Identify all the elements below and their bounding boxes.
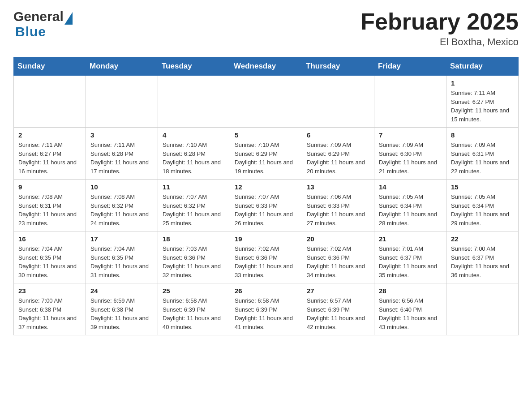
week-row-5: 23Sunrise: 7:00 AM Sunset: 6:38 PM Dayli…: [14, 283, 519, 335]
day-info: Sunrise: 7:07 AM Sunset: 6:32 PM Dayligh…: [163, 193, 225, 227]
calendar-cell: 21Sunrise: 7:01 AM Sunset: 6:37 PM Dayli…: [374, 231, 446, 283]
day-number: 7: [379, 131, 442, 139]
weekday-header-thursday: Thursday: [302, 57, 374, 76]
day-info: Sunrise: 7:09 AM Sunset: 6:31 PM Dayligh…: [451, 141, 514, 176]
day-number: 5: [235, 131, 297, 139]
calendar-cell: 16Sunrise: 7:04 AM Sunset: 6:35 PM Dayli…: [14, 231, 86, 283]
calendar-cell: 15Sunrise: 7:05 AM Sunset: 6:34 PM Dayli…: [446, 180, 519, 231]
calendar-cell: 10Sunrise: 7:08 AM Sunset: 6:32 PM Dayli…: [86, 180, 158, 231]
day-info: Sunrise: 7:08 AM Sunset: 6:31 PM Dayligh…: [18, 193, 81, 227]
calendar-table: SundayMondayTuesdayWednesdayThursdayFrid…: [13, 57, 519, 335]
day-number: 14: [379, 183, 442, 191]
day-number: 22: [451, 235, 514, 243]
day-number: 9: [18, 183, 81, 191]
day-info: Sunrise: 7:02 AM Sunset: 6:36 PM Dayligh…: [307, 244, 369, 279]
weekday-header-row: SundayMondayTuesdayWednesdayThursdayFrid…: [14, 57, 519, 76]
calendar-cell: 27Sunrise: 6:57 AM Sunset: 6:39 PM Dayli…: [302, 283, 374, 335]
logo-blue-text: Blue: [15, 24, 46, 39]
day-number: 26: [235, 287, 297, 295]
day-info: Sunrise: 6:58 AM Sunset: 6:39 PM Dayligh…: [235, 296, 297, 331]
day-info: Sunrise: 7:07 AM Sunset: 6:33 PM Dayligh…: [235, 193, 297, 227]
day-info: Sunrise: 7:11 AM Sunset: 6:27 PM Dayligh…: [18, 141, 81, 176]
day-number: 24: [90, 287, 153, 295]
day-info: Sunrise: 7:01 AM Sunset: 6:37 PM Dayligh…: [379, 244, 442, 279]
logo-arrow-icon: [64, 12, 73, 25]
day-number: 18: [163, 235, 225, 243]
week-row-2: 2Sunrise: 7:11 AM Sunset: 6:27 PM Daylig…: [14, 128, 519, 180]
calendar-cell: [302, 76, 374, 128]
day-info: Sunrise: 7:00 AM Sunset: 6:37 PM Dayligh…: [451, 244, 514, 279]
day-info: Sunrise: 7:04 AM Sunset: 6:35 PM Dayligh…: [90, 244, 153, 279]
calendar-cell: [230, 76, 302, 128]
calendar-cell: [14, 76, 86, 128]
calendar-cell: 19Sunrise: 7:02 AM Sunset: 6:36 PM Dayli…: [230, 231, 302, 283]
day-info: Sunrise: 7:02 AM Sunset: 6:36 PM Dayligh…: [235, 244, 297, 279]
day-info: Sunrise: 6:57 AM Sunset: 6:39 PM Dayligh…: [307, 296, 369, 331]
header: General Blue February 2025 El Boxtha, Me…: [13, 9, 519, 48]
day-info: Sunrise: 7:09 AM Sunset: 6:29 PM Dayligh…: [307, 141, 369, 176]
calendar-cell: [374, 76, 446, 128]
day-number: 27: [307, 287, 369, 295]
calendar-cell: 1Sunrise: 7:11 AM Sunset: 6:27 PM Daylig…: [446, 76, 519, 128]
day-info: Sunrise: 6:56 AM Sunset: 6:40 PM Dayligh…: [379, 296, 442, 331]
day-number: 16: [18, 235, 81, 243]
calendar-cell: [86, 76, 158, 128]
calendar-cell: 5Sunrise: 7:10 AM Sunset: 6:29 PM Daylig…: [230, 128, 302, 180]
day-number: 10: [90, 183, 153, 191]
day-info: Sunrise: 7:10 AM Sunset: 6:28 PM Dayligh…: [163, 141, 225, 176]
calendar-cell: 17Sunrise: 7:04 AM Sunset: 6:35 PM Dayli…: [86, 231, 158, 283]
day-info: Sunrise: 7:11 AM Sunset: 6:28 PM Dayligh…: [90, 141, 153, 176]
weekday-header-monday: Monday: [86, 57, 158, 76]
weekday-header-wednesday: Wednesday: [230, 57, 302, 76]
day-number: 13: [307, 183, 369, 191]
day-info: Sunrise: 7:04 AM Sunset: 6:35 PM Dayligh…: [18, 244, 81, 279]
week-row-4: 16Sunrise: 7:04 AM Sunset: 6:35 PM Dayli…: [14, 231, 519, 283]
weekday-header-sunday: Sunday: [14, 57, 86, 76]
day-info: Sunrise: 7:00 AM Sunset: 6:38 PM Dayligh…: [18, 296, 81, 331]
calendar-cell: 7Sunrise: 7:09 AM Sunset: 6:30 PM Daylig…: [374, 128, 446, 180]
day-number: 17: [90, 235, 153, 243]
day-number: 21: [379, 235, 442, 243]
day-info: Sunrise: 7:05 AM Sunset: 6:34 PM Dayligh…: [451, 193, 514, 227]
day-number: 28: [379, 287, 442, 295]
day-number: 6: [307, 131, 369, 139]
day-info: Sunrise: 7:03 AM Sunset: 6:36 PM Dayligh…: [163, 244, 225, 279]
day-info: Sunrise: 7:05 AM Sunset: 6:34 PM Dayligh…: [379, 193, 442, 227]
day-number: 4: [163, 131, 225, 139]
calendar-cell: 18Sunrise: 7:03 AM Sunset: 6:36 PM Dayli…: [158, 231, 230, 283]
day-number: 8: [451, 131, 514, 139]
calendar-cell: 11Sunrise: 7:07 AM Sunset: 6:32 PM Dayli…: [158, 180, 230, 231]
calendar-cell: 8Sunrise: 7:09 AM Sunset: 6:31 PM Daylig…: [446, 128, 519, 180]
weekday-header-saturday: Saturday: [446, 57, 519, 76]
calendar-cell: 4Sunrise: 7:10 AM Sunset: 6:28 PM Daylig…: [158, 128, 230, 180]
day-number: 25: [163, 287, 225, 295]
calendar-cell: 13Sunrise: 7:06 AM Sunset: 6:33 PM Dayli…: [302, 180, 374, 231]
day-number: 23: [18, 287, 81, 295]
weekday-header-friday: Friday: [374, 57, 446, 76]
calendar-cell: 3Sunrise: 7:11 AM Sunset: 6:28 PM Daylig…: [86, 128, 158, 180]
day-info: Sunrise: 7:06 AM Sunset: 6:33 PM Dayligh…: [307, 193, 369, 227]
calendar-cell: 22Sunrise: 7:00 AM Sunset: 6:37 PM Dayli…: [446, 231, 519, 283]
calendar-cell: 25Sunrise: 6:58 AM Sunset: 6:39 PM Dayli…: [158, 283, 230, 335]
week-row-3: 9Sunrise: 7:08 AM Sunset: 6:31 PM Daylig…: [14, 180, 519, 231]
day-number: 12: [235, 183, 297, 191]
day-info: Sunrise: 7:10 AM Sunset: 6:29 PM Dayligh…: [235, 141, 297, 176]
calendar-cell: 9Sunrise: 7:08 AM Sunset: 6:31 PM Daylig…: [14, 180, 86, 231]
day-number: 20: [307, 235, 369, 243]
calendar-cell: 12Sunrise: 7:07 AM Sunset: 6:33 PM Dayli…: [230, 180, 302, 231]
calendar-cell: 20Sunrise: 7:02 AM Sunset: 6:36 PM Dayli…: [302, 231, 374, 283]
calendar-cell: 2Sunrise: 7:11 AM Sunset: 6:27 PM Daylig…: [14, 128, 86, 180]
day-info: Sunrise: 7:08 AM Sunset: 6:32 PM Dayligh…: [90, 193, 153, 227]
calendar-cell: 23Sunrise: 7:00 AM Sunset: 6:38 PM Dayli…: [14, 283, 86, 335]
day-number: 3: [90, 131, 153, 139]
title-area: February 2025 El Boxtha, Mexico: [360, 9, 519, 48]
day-info: Sunrise: 7:09 AM Sunset: 6:30 PM Dayligh…: [379, 141, 442, 176]
week-row-1: 1Sunrise: 7:11 AM Sunset: 6:27 PM Daylig…: [14, 76, 519, 128]
logo-general-text: General: [13, 9, 64, 24]
day-number: 19: [235, 235, 297, 243]
day-number: 11: [163, 183, 225, 191]
calendar-cell: 6Sunrise: 7:09 AM Sunset: 6:29 PM Daylig…: [302, 128, 374, 180]
day-number: 1: [451, 79, 514, 87]
day-number: 2: [18, 131, 81, 139]
calendar-cell: 26Sunrise: 6:58 AM Sunset: 6:39 PM Dayli…: [230, 283, 302, 335]
